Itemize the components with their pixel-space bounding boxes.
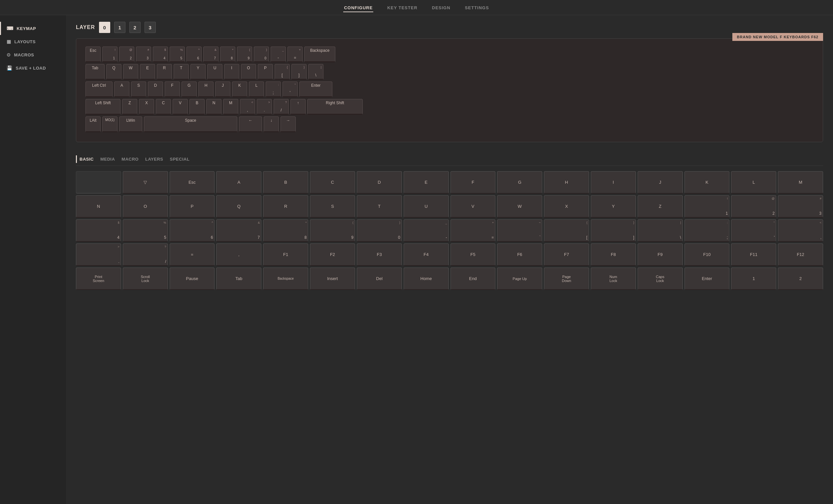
- grid-key-r[interactable]: R: [263, 195, 308, 218]
- key-backslash[interactable]: |\: [308, 64, 324, 80]
- layer-btn-2[interactable]: 2: [129, 22, 141, 33]
- sidebar-item-layouts[interactable]: ▦ LAYOUTS: [0, 35, 66, 48]
- key-space[interactable]: Space: [144, 117, 237, 132]
- grid-key-f[interactable]: F: [451, 171, 496, 194]
- nav-key-tester[interactable]: KEY TESTER: [386, 4, 418, 12]
- key-period[interactable]: >.: [257, 99, 272, 115]
- key-s[interactable]: S: [131, 81, 146, 97]
- grid-key-q[interactable]: Q: [216, 195, 261, 218]
- key-d[interactable]: D: [148, 81, 163, 97]
- key-k[interactable]: K: [232, 81, 247, 97]
- grid-key-rparen[interactable]: )0: [357, 219, 402, 242]
- grid-key-f6[interactable]: F6: [497, 244, 542, 266]
- key-slash[interactable]: ?/: [273, 99, 289, 115]
- grid-key-lparen[interactable]: (9: [310, 219, 355, 242]
- grid-key-lt[interactable]: <,: [778, 219, 823, 242]
- key-backspace[interactable]: Backspace: [304, 47, 335, 62]
- key-6[interactable]: ^6: [187, 47, 201, 62]
- key-p[interactable]: P: [258, 64, 273, 80]
- grid-key-lcurly[interactable]: {[: [544, 219, 589, 242]
- grid-key-home[interactable]: Home: [404, 268, 449, 290]
- grid-key-esc[interactable]: Esc: [170, 171, 215, 194]
- nav-settings[interactable]: SETTINGS: [465, 4, 490, 12]
- grid-key-j[interactable]: J: [638, 171, 683, 194]
- grid-key-w[interactable]: W: [497, 195, 542, 218]
- key-m[interactable]: M: [223, 99, 238, 115]
- grid-key-dollar[interactable]: $4: [76, 219, 121, 242]
- nav-design[interactable]: DESIGN: [431, 4, 451, 12]
- grid-key-g[interactable]: G: [497, 171, 542, 194]
- key-right-shift[interactable]: Right Shift: [307, 99, 363, 115]
- key-i[interactable]: I: [224, 64, 239, 80]
- grid-key-f12[interactable]: F12: [778, 244, 823, 266]
- grid-key-caret[interactable]: ^6: [170, 219, 215, 242]
- key-lbracket[interactable]: {[: [275, 64, 290, 80]
- nav-configure[interactable]: CONFIGURE: [343, 4, 373, 12]
- key-2[interactable]: @2: [119, 47, 134, 62]
- grid-key-f7[interactable]: F7: [544, 244, 589, 266]
- grid-key-num-lock[interactable]: Num Lock: [591, 268, 636, 290]
- key-y[interactable]: Y: [190, 64, 206, 80]
- key-o[interactable]: O: [241, 64, 256, 80]
- key-lwin[interactable]: LWin: [119, 117, 142, 132]
- key-7[interactable]: &7: [203, 47, 218, 62]
- grid-key-u[interactable]: U: [404, 195, 449, 218]
- grid-key-f11[interactable]: F11: [731, 244, 776, 266]
- grid-key-caps-lock[interactable]: Caps Lock: [638, 268, 683, 290]
- grid-key-v[interactable]: V: [451, 195, 496, 218]
- grid-key-comma2[interactable]: ,: [216, 244, 261, 266]
- key-h[interactable]: H: [198, 81, 214, 97]
- layer-btn-0[interactable]: 0: [99, 22, 110, 33]
- key-quote[interactable]: "': [283, 81, 298, 97]
- key-left-arrow[interactable]: ←: [239, 117, 262, 132]
- grid-key-tab[interactable]: Tab: [216, 268, 261, 290]
- key-esc[interactable]: Esc: [86, 47, 101, 62]
- grid-key-hash[interactable]: #3: [778, 195, 823, 218]
- grid-key-n[interactable]: N: [76, 195, 121, 218]
- grid-key-f3[interactable]: F3: [357, 244, 402, 266]
- grid-key-a[interactable]: A: [216, 171, 261, 194]
- key-left-ctrl[interactable]: Left Ctrl: [86, 81, 113, 97]
- grid-key-question[interactable]: ?/: [123, 244, 168, 266]
- grid-key-f1[interactable]: F1: [263, 244, 308, 266]
- grid-key-star[interactable]: *8: [263, 219, 308, 242]
- key-equals[interactable]: +=: [287, 47, 303, 62]
- key-j[interactable]: J: [215, 81, 230, 97]
- key-0[interactable]: )0: [254, 47, 269, 62]
- key-1[interactable]: !1: [102, 47, 118, 62]
- key-f[interactable]: F: [165, 81, 180, 97]
- grid-key-equals2[interactable]: =: [170, 244, 215, 266]
- key-b[interactable]: B: [189, 99, 205, 115]
- sidebar-item-macros[interactable]: ⊙ MACROS: [0, 48, 66, 61]
- grid-key-plus[interactable]: +=: [451, 219, 496, 242]
- sidebar-item-save-load[interactable]: 💾 SAVE + LOAD: [0, 61, 66, 75]
- key-q[interactable]: Q: [106, 64, 121, 80]
- grid-key-f5[interactable]: F5: [451, 244, 496, 266]
- tab-special[interactable]: SPECIAL: [170, 155, 190, 163]
- key-4[interactable]: $4: [153, 47, 168, 62]
- key-z[interactable]: Z: [122, 99, 137, 115]
- grid-key-l[interactable]: L: [731, 171, 776, 194]
- key-mo1[interactable]: MO(1): [102, 117, 118, 132]
- grid-key-transparent[interactable]: ▽: [123, 171, 168, 194]
- grid-key-page-down[interactable]: Page Down: [544, 268, 589, 290]
- grid-key-pipe[interactable]: |\: [638, 219, 683, 242]
- key-down-arrow[interactable]: ↓: [264, 117, 279, 132]
- key-minus[interactable]: _-: [271, 47, 286, 62]
- key-rbracket[interactable]: }]: [291, 64, 307, 80]
- key-up-arrow[interactable]: ↑: [290, 99, 306, 115]
- tab-macro[interactable]: MACRO: [121, 155, 139, 163]
- grid-key-rcurly[interactable]: }]: [591, 219, 636, 242]
- grid-key-colon[interactable]: :;: [685, 219, 730, 242]
- grid-key-f4[interactable]: F4: [404, 244, 449, 266]
- grid-key-del[interactable]: Del: [357, 268, 402, 290]
- key-9[interactable]: (9: [237, 47, 252, 62]
- grid-key-backspace[interactable]: Backspace: [263, 268, 308, 290]
- tab-media[interactable]: MEDIA: [100, 155, 115, 163]
- key-l[interactable]: L: [249, 81, 264, 97]
- grid-key-f2[interactable]: F2: [310, 244, 355, 266]
- grid-key-m[interactable]: M: [778, 171, 823, 194]
- grid-key-num1[interactable]: 1: [731, 268, 776, 290]
- grid-key-print-screen[interactable]: Print Screen: [76, 268, 121, 290]
- grid-key-percent[interactable]: %5: [123, 219, 168, 242]
